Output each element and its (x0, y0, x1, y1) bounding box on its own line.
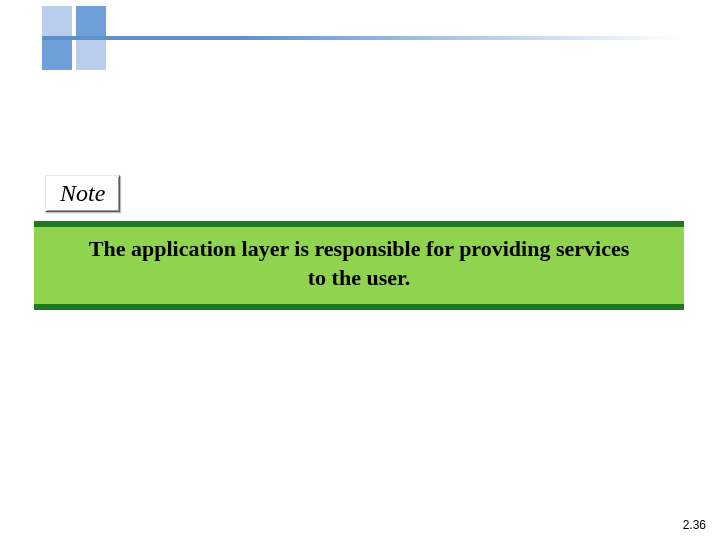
motif-square (76, 6, 106, 36)
note-banner-text: The application layer is responsible for… (79, 235, 639, 292)
square-cross-icon (42, 6, 116, 80)
motif-square (42, 6, 72, 36)
motif-square (76, 40, 106, 70)
motif-square (42, 40, 72, 70)
page-number: 2.36 (683, 518, 706, 532)
note-label-box: Note (45, 175, 120, 212)
header-rule (42, 36, 682, 40)
note-banner: The application layer is responsible for… (34, 221, 684, 310)
